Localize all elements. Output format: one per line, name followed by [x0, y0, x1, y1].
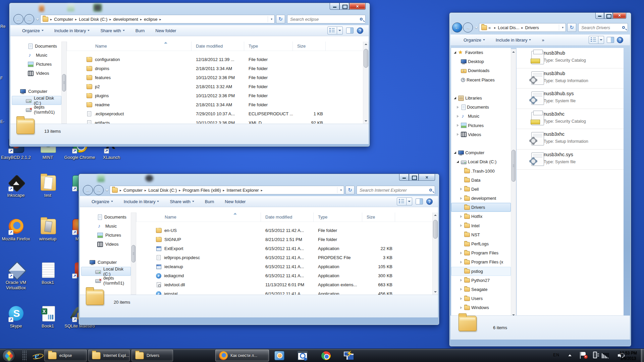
search-box[interactable]: Search Internet Explorer [357, 186, 435, 194]
tree-item[interactable]: Data [451, 176, 511, 185]
forward-button[interactable]: → [463, 22, 473, 33]
recent-pages-dropdown-icon[interactable] [36, 18, 39, 20]
desktop-icon[interactable]: ↗ winsetup [32, 218, 64, 242]
address-dropdown-icon[interactable]: ▾ [559, 24, 564, 31]
tree-item[interactable]: PerfLogs [451, 239, 511, 248]
file-tile[interactable]: nusb3xhc Type: Setup Information [517, 129, 624, 149]
desktop-icon[interactable]: ↗ Mozilla Firefox [0, 218, 32, 242]
tree-item[interactable]: .Trash-1000 [451, 166, 511, 175]
expand-arrow-icon[interactable] [456, 115, 460, 118]
tree-item[interactable]: Program Files (x [451, 257, 511, 266]
expand-arrow-icon[interactable] [460, 251, 463, 255]
close-button[interactable]: × [613, 13, 626, 19]
file-row[interactable]: artifacts 10/11/2012 3:36 PM XML D... 92… [67, 118, 363, 124]
breadcrumb-overflow-icon[interactable]: « [488, 25, 491, 30]
views-button[interactable] [397, 197, 412, 205]
expand-arrow-icon[interactable] [453, 51, 457, 54]
sidebar-scrollbar[interactable] [131, 213, 136, 295]
scroll-up-button[interactable] [433, 213, 438, 218]
tree-item[interactable]: Downloads [451, 66, 511, 75]
scrollbar-thumb[interactable] [131, 245, 136, 262]
expand-arrow-icon[interactable] [460, 187, 463, 191]
toolbar-button[interactable]: » [539, 36, 547, 44]
breadcrumb-item[interactable]: ▸development [107, 17, 138, 22]
views-button[interactable] [589, 36, 604, 44]
recent-pages-dropdown-icon[interactable] [106, 189, 108, 191]
back-button[interactable]: ← [452, 22, 462, 33]
file-row[interactable]: configuration 12/18/2012 11:39 ... File … [67, 55, 363, 64]
toolbar-button[interactable]: Organize [89, 197, 116, 206]
tree-item[interactable]: Python27 [451, 276, 511, 285]
expand-arrow-icon[interactable] [460, 206, 463, 209]
file-row[interactable]: p2 2/18/2011 3:32 AM File folder [67, 82, 363, 91]
sidebar-item[interactable]: Videos [81, 240, 131, 249]
expand-arrow-icon[interactable] [460, 224, 463, 227]
scroll-down-button[interactable] [363, 118, 369, 124]
file-row[interactable]: dropins 2/18/2011 3:34 AM File folder [67, 64, 363, 73]
tree-item[interactable]: Videos [451, 130, 511, 139]
sidebar-item[interactable]: Music [81, 222, 131, 231]
expand-arrow-icon[interactable] [460, 233, 463, 236]
file-tile[interactable]: nusb3hub Type: Security Catalog [517, 48, 624, 68]
tree-item[interactable]: Favorites [451, 48, 511, 57]
desktop-icon[interactable]: ↗ Book1 [32, 262, 64, 291]
toolbar-button[interactable]: Include in library [493, 36, 534, 44]
toolbar-button[interactable]: Share with [97, 26, 127, 35]
back-button[interactable]: ← [13, 14, 23, 24]
scroll-down-button[interactable] [433, 289, 438, 295]
tree-item[interactable]: Intel [451, 221, 511, 230]
scroll-up-button[interactable] [511, 49, 516, 55]
action-center-icon[interactable] [581, 352, 586, 356]
list-scrollbar[interactable] [363, 42, 369, 124]
toolbar-button[interactable]: Share with [167, 197, 197, 206]
sidebar-item[interactable]: Local Disk (C:) [81, 267, 131, 276]
sidebar-item[interactable]: Pictures [81, 231, 131, 240]
close-button[interactable]: × [349, 3, 366, 10]
file-tile[interactable]: nusb3xhc.sys Type: System file [517, 149, 624, 170]
sidebar-item[interactable]: Music [12, 51, 61, 60]
address-bar[interactable]: ▸Computer▸Local Disk (C:)▸development▸ec… [40, 15, 275, 23]
show-hidden-icons-button[interactable] [568, 354, 572, 356]
breadcrumb-item[interactable]: ▸Local Dis... [492, 25, 519, 30]
sidebar-item[interactable]: Computer [12, 87, 61, 96]
expand-arrow-icon[interactable] [453, 97, 457, 100]
expand-arrow-icon[interactable] [456, 78, 460, 81]
expand-arrow-icon[interactable] [456, 124, 460, 127]
refresh-button[interactable]: ↻ [567, 23, 576, 32]
scroll-up-button[interactable] [363, 42, 369, 47]
taskbar-button[interactable]: Drivers [131, 350, 173, 361]
scrollbar-thumb[interactable] [433, 220, 438, 239]
expand-arrow-icon[interactable] [460, 215, 463, 218]
address-dropdown-icon[interactable]: ▾ [268, 16, 272, 22]
expand-arrow-icon[interactable] [460, 288, 463, 291]
search-box[interactable]: Search Drivers [578, 23, 628, 32]
column-header-size[interactable]: Size [293, 42, 326, 51]
maximize-button[interactable] [604, 13, 613, 19]
desktop-icon[interactable]: ↗ Skype [0, 305, 32, 329]
expand-arrow-icon[interactable] [456, 60, 460, 63]
sidebar-item[interactable]: depts (\\srmfs01) [81, 276, 131, 285]
clock[interactable]: 12:53 PM 1/6/2013 [616, 350, 640, 361]
scrollbar-thumb[interactable] [512, 150, 516, 182]
file-row[interactable]: ieinstal 6/15/2012 11:41 A... Applicatio… [136, 289, 432, 295]
breadcrumb-item[interactable]: ▸eclipse [138, 17, 158, 22]
file-tile[interactable]: nusb3xhc Type: Security Catalog [517, 109, 624, 129]
expand-arrow-icon[interactable] [456, 133, 460, 136]
file-row[interactable]: SIGNUP 8/21/2012 1:51 PM File folder [136, 235, 432, 244]
help-button[interactable]: ? [617, 37, 623, 43]
power-icon[interactable] [593, 352, 597, 358]
expand-arrow-icon[interactable] [453, 151, 457, 155]
expand-arrow-icon[interactable] [460, 169, 463, 173]
forward-button[interactable]: → [24, 14, 34, 24]
language-indicator[interactable]: EN [553, 353, 559, 357]
tree-item[interactable]: Local Disk (C:) [451, 157, 511, 166]
minimize-button[interactable] [595, 13, 604, 19]
file-row[interactable]: ie9props.propdesc 6/15/2012 11:41 A... P… [136, 253, 432, 262]
sidebar-item[interactable]: Videos [12, 69, 61, 78]
tree-item[interactable]: Program Files [451, 248, 511, 257]
preview-pane-button[interactable] [607, 37, 614, 43]
minimize-button[interactable] [330, 3, 339, 10]
file-tile[interactable]: nusb3hub.sys Type: System file [517, 88, 624, 109]
file-row[interactable]: ExtExport 6/15/2012 11:41 A... Applicati… [136, 244, 432, 253]
address-dropdown-icon[interactable]: ▾ [337, 187, 342, 193]
